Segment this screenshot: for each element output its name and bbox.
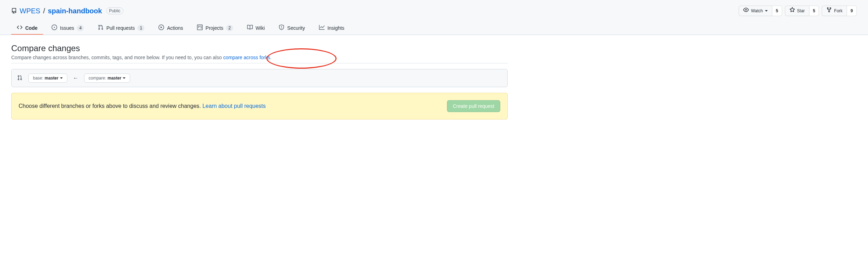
eye-icon [743, 7, 749, 15]
tab-security[interactable]: Security [273, 22, 311, 35]
star-button[interactable]: Star [785, 6, 809, 16]
repo-title: WPES / spain-handbook Public [11, 7, 123, 15]
watch-button[interactable]: Watch [739, 6, 772, 16]
flash-notice: Choose different branches or forks above… [11, 93, 508, 119]
flash-text: Choose different branches or forks above… [19, 103, 266, 109]
tab-security-label: Security [287, 25, 305, 31]
graph-icon [319, 25, 325, 31]
repo-actions: Watch 5 Star 5 Fork 9 [739, 6, 857, 16]
tab-actions[interactable]: Actions [153, 22, 189, 35]
tab-issues-label: Issues [60, 25, 74, 31]
play-icon [158, 25, 164, 31]
repo-icon [11, 8, 17, 14]
fork-label: Fork [834, 7, 842, 14]
tab-issues[interactable]: Issues 4 [46, 22, 89, 35]
subtitle-pre: Compare changes across branches, commits… [11, 55, 223, 60]
compare-branch-select[interactable]: compare: master [84, 74, 130, 83]
subtitle-post: . [270, 55, 271, 60]
flash-text-pre: Choose different branches or forks above… [19, 103, 202, 109]
learn-pull-requests-link[interactable]: Learn about pull requests [202, 103, 266, 109]
visibility-badge: Public [106, 7, 123, 14]
code-icon [17, 25, 22, 31]
base-label: base: [33, 76, 43, 81]
pulls-count: 1 [137, 25, 144, 31]
owner-link[interactable]: WPES [20, 7, 40, 15]
shield-icon [279, 25, 284, 31]
tab-wiki[interactable]: Wiki [242, 22, 270, 35]
fork-count[interactable]: 9 [847, 6, 857, 16]
repo-link[interactable]: spain-handbook [48, 7, 102, 15]
compare-across-forks-link[interactable]: compare across forks [223, 55, 270, 60]
star-label: Star [797, 7, 805, 14]
watch-count[interactable]: 5 [772, 6, 782, 16]
compare-value: master [108, 76, 121, 81]
tab-projects-label: Projects [205, 25, 223, 31]
base-branch-select[interactable]: base: master [28, 74, 67, 83]
page-subtitle: Compare changes across branches, commits… [11, 55, 508, 63]
star-group: Star 5 [785, 6, 819, 16]
project-icon [197, 25, 203, 31]
projects-count: 2 [226, 25, 233, 31]
fork-group: Fork 9 [822, 6, 857, 16]
star-icon [789, 7, 795, 15]
compare-label: compare: [89, 76, 106, 81]
range-editor: base: master ← compare: master [11, 69, 508, 87]
tab-code[interactable]: Code [11, 22, 43, 35]
tab-pulls-label: Pull requests [106, 25, 135, 31]
tab-wiki-label: Wiki [256, 25, 265, 31]
caret-down-icon [123, 77, 126, 79]
base-value: master [45, 76, 58, 81]
fork-button[interactable]: Fork [822, 6, 847, 16]
watch-label: Watch [751, 7, 763, 14]
path-separator: / [43, 7, 45, 15]
tab-insights[interactable]: Insights [313, 22, 350, 35]
book-icon [247, 25, 253, 31]
create-pull-request-button[interactable]: Create pull request [447, 100, 500, 112]
repo-title-row: WPES / spain-handbook Public Watch 5 Sta… [11, 6, 857, 16]
tab-code-label: Code [25, 25, 38, 31]
fork-icon [826, 7, 832, 15]
watch-group: Watch 5 [739, 6, 782, 16]
issue-icon [52, 25, 57, 31]
star-count[interactable]: 5 [809, 6, 819, 16]
page-title: Compare changes [11, 43, 508, 53]
caret-down-icon [765, 10, 768, 12]
main-content: Compare changes Compare changes across b… [0, 35, 519, 128]
pull-request-icon [98, 25, 103, 31]
tab-insights-label: Insights [327, 25, 344, 31]
tab-pulls[interactable]: Pull requests 1 [92, 22, 150, 35]
git-compare-icon [17, 75, 23, 82]
issues-count: 4 [77, 25, 84, 31]
tab-actions-label: Actions [167, 25, 183, 31]
arrow-left-icon: ← [73, 75, 79, 81]
caret-down-icon [60, 77, 63, 79]
repo-header: WPES / spain-handbook Public Watch 5 Sta… [0, 0, 868, 35]
repo-nav: Code Issues 4 Pull requests 1 Actions Pr… [11, 22, 857, 35]
tab-projects[interactable]: Projects 2 [191, 22, 239, 35]
